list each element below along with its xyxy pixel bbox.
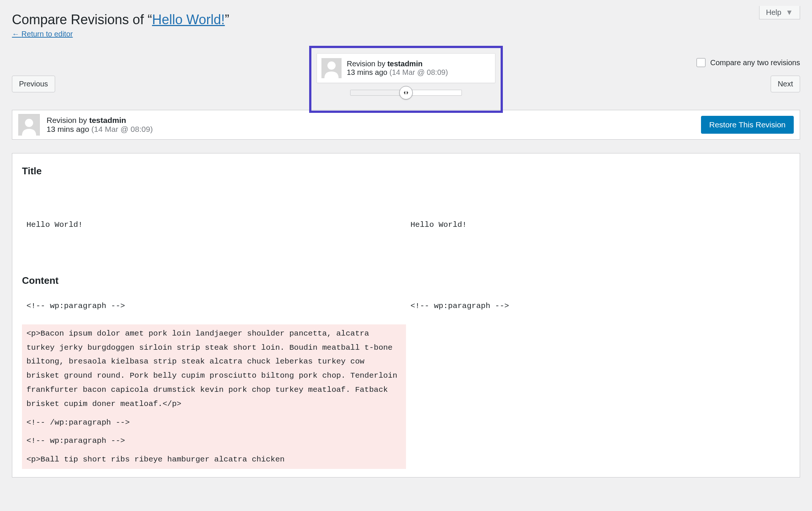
title-right-column: Hello World!	[406, 187, 790, 262]
tooltip-time-line: 13 mins ago (14 Mar @ 08:09)	[347, 68, 448, 77]
title-section-heading: Title	[22, 165, 790, 177]
diff-line: <!-- wp:paragraph -->	[406, 297, 790, 315]
revision-time-line: 13 mins ago (14 Mar @ 08:09)	[47, 125, 153, 134]
content-left-column: <!-- wp:paragraph --><p>Bacon ipsum dolo…	[22, 297, 406, 469]
compare-any-two-toggle[interactable]: Compare any two revisions	[695, 57, 800, 68]
revision-slider[interactable]	[317, 88, 495, 97]
slider-track[interactable]	[350, 90, 462, 96]
diff-line: <p>Ball tip short ribs ribeye hamburger …	[22, 450, 406, 469]
svg-point-1	[327, 61, 336, 70]
chevron-down-icon: ▼	[786, 8, 793, 17]
svg-point-3	[25, 119, 33, 127]
return-to-editor-link[interactable]: ← Return to editor	[12, 30, 73, 38]
diff-line: <!-- /wp:paragraph -->	[22, 413, 406, 432]
diff-line: <p>Bacon ipsum dolor amet pork loin land…	[22, 324, 406, 413]
revision-author-line: Revision by testadmin	[47, 116, 153, 125]
revision-tooltip: Revision by testadmin 13 mins ago (14 Ma…	[317, 53, 495, 83]
revision-header-bar: Revision by testadmin 13 mins ago (14 Ma…	[12, 110, 800, 140]
annotation-highlight: Revision by testadmin 13 mins ago (14 Ma…	[309, 46, 503, 113]
content-right-column: <!-- wp:paragraph -->	[406, 297, 790, 469]
page-title: Compare Revisions of “Hello World!”	[12, 12, 800, 28]
title-left-value: Hello World!	[22, 216, 406, 234]
post-title-link[interactable]: Hello World!	[152, 12, 225, 27]
help-label: Help	[766, 8, 781, 16]
avatar	[321, 58, 342, 78]
compare-checkbox[interactable]	[697, 58, 705, 67]
slider-grip-icon	[403, 90, 409, 95]
tooltip-author-line: Revision by testadmin	[347, 60, 448, 68]
content-section-heading: Content	[22, 275, 790, 286]
diff-line: <!-- wp:paragraph -->	[22, 432, 406, 450]
previous-button[interactable]: Previous	[12, 76, 55, 92]
person-icon	[19, 115, 39, 136]
diff-line: <!-- wp:paragraph -->	[22, 297, 406, 315]
diff-panel: Title Hello World! Hello World! Content …	[12, 153, 800, 477]
restore-revision-button[interactable]: Restore This Revision	[701, 116, 794, 134]
title-right-value: Hello World!	[406, 216, 790, 234]
arrow-left-icon: ←	[12, 30, 19, 38]
title-left-column: Hello World!	[22, 187, 406, 262]
avatar	[18, 114, 40, 136]
next-button[interactable]: Next	[771, 76, 800, 92]
person-icon	[321, 58, 342, 78]
slider-fill	[351, 90, 406, 95]
slider-handle[interactable]	[399, 86, 413, 99]
help-button[interactable]: Help ▼	[759, 6, 800, 19]
